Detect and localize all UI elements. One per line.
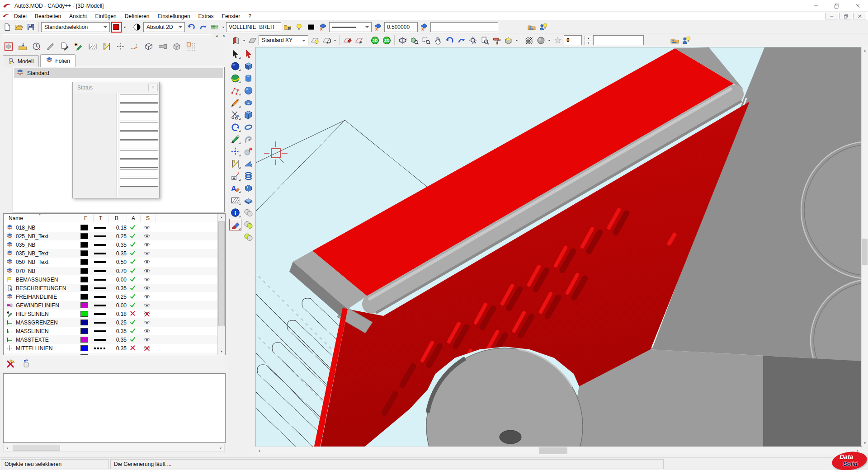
layer-row-masslinien[interactable]: MASSLINIEN0.35 [4, 327, 217, 335]
sphere-flag-icon[interactable] [242, 146, 255, 157]
scroll-left-icon[interactable]: ‹ [4, 444, 11, 451]
status-field[interactable] [120, 103, 158, 112]
snap-points-icon[interactable] [130, 41, 140, 52]
layer-table-scrollbar[interactable]: ▲ ▼ [217, 214, 225, 355]
hidden-eye-icon[interactable] [143, 344, 151, 352]
layer-row-035_nb_text[interactable]: 035_NB_Text0.35 [4, 249, 217, 258]
view-undo-icon[interactable] [444, 35, 455, 46]
insert-layer-icon[interactable] [18, 41, 28, 52]
zoom-window-icon[interactable] [420, 35, 431, 46]
solid-slab-icon[interactable] [242, 194, 255, 206]
layer-linetype[interactable] [94, 330, 106, 332]
view-name-field[interactable] [593, 35, 644, 45]
layer-linetype[interactable] [94, 322, 106, 324]
layer-table-header[interactable]: NameFTBAS▼ [4, 214, 225, 223]
layer-assign-icon[interactable] [373, 22, 383, 33]
layer-row-massgrenzen[interactable]: MASSGRENZEN0.25 [4, 318, 217, 327]
viewport-3d[interactable] [255, 47, 861, 446]
layer-folder-icon[interactable] [282, 22, 293, 33]
group-users-icon[interactable] [526, 22, 537, 33]
scroll-thumb[interactable] [539, 447, 567, 454]
layer-color-swatch[interactable] [80, 311, 88, 317]
layer-color-swatch[interactable] [80, 225, 88, 230]
layer-bulb-icon[interactable] [294, 22, 305, 33]
visible-eye-icon[interactable] [143, 301, 151, 309]
selection-mode-combo[interactable]: Standardselektion [41, 22, 110, 32]
visible-eye-icon[interactable] [143, 319, 151, 326]
active-check-icon[interactable] [129, 293, 137, 301]
active-check-icon[interactable] [129, 249, 137, 257]
layer-linetype[interactable] [94, 296, 106, 298]
user-bulb-icon[interactable] [538, 22, 549, 33]
helper-pencil-icon[interactable]: H [74, 41, 84, 52]
mdi-restore-button[interactable] [839, 13, 852, 19]
plane-eraser-icon[interactable] [342, 35, 353, 46]
shade-sphere-dropdown[interactable] [547, 35, 551, 46]
rotate-view-icon[interactable] [397, 35, 408, 46]
zoom-dynamic-icon[interactable] [467, 35, 478, 46]
close-button[interactable] [847, 0, 868, 11]
visible-eye-icon[interactable] [143, 284, 151, 292]
status-field[interactable] [120, 132, 158, 140]
bool-subtract-icon[interactable] [242, 231, 255, 243]
sheet-pencil-icon[interactable] [60, 41, 70, 52]
inactive-cross-icon[interactable] [129, 344, 137, 352]
extra-field[interactable] [430, 22, 498, 32]
visible-eye-icon[interactable] [143, 276, 151, 283]
tab-folien[interactable]: Folien [40, 54, 75, 67]
visible-eye-icon[interactable] [143, 336, 151, 343]
active-check-icon[interactable] [129, 224, 137, 231]
status-field[interactable] [120, 122, 158, 131]
plane-book-icon[interactable] [230, 35, 241, 46]
menu-fenster[interactable]: Fenster [218, 12, 245, 20]
layer-row[interactable] [4, 353, 217, 356]
color-current-icon[interactable] [111, 22, 122, 33]
swatch-black-icon[interactable] [306, 22, 316, 33]
view-redo-icon[interactable] [456, 35, 467, 46]
visible-eye-icon[interactable] [143, 232, 151, 240]
layer-color-swatch[interactable] [80, 233, 88, 239]
spin-down-icon[interactable]: ▼ [585, 41, 592, 45]
wire-cube-icon[interactable] [144, 41, 154, 52]
layer-color-swatch[interactable] [80, 337, 88, 343]
point-path-icon[interactable] [229, 85, 241, 96]
active-check-icon[interactable] [129, 284, 137, 292]
select-arrow-icon[interactable] [229, 48, 241, 60]
active-check-icon[interactable] [129, 353, 137, 356]
layer-linetype[interactable] [94, 305, 106, 306]
centerline-tool-icon[interactable] [229, 146, 241, 157]
menu-ansicht[interactable]: Ansicht [65, 12, 91, 20]
active-check-icon[interactable] [129, 232, 137, 240]
active-check-icon[interactable] [129, 267, 137, 275]
visible-eye-icon[interactable] [143, 327, 151, 335]
solid-notch-icon[interactable] [242, 182, 255, 194]
work-plane-combo[interactable]: Standard XY [259, 35, 308, 45]
visible-eye-icon[interactable] [143, 267, 151, 275]
layer-color-swatch[interactable] [80, 294, 88, 300]
layer-color-swatch[interactable] [80, 277, 88, 282]
visible-eye-icon[interactable] [143, 224, 151, 231]
scroll-down-icon[interactable]: ▼ [862, 440, 868, 446]
layer-linetype[interactable] [94, 227, 106, 229]
solid-spring-icon[interactable] [242, 170, 255, 182]
solid-torus-icon[interactable] [242, 97, 255, 108]
menu-?[interactable]: ? [244, 12, 255, 20]
plane-gray-icon[interactable] [247, 35, 258, 46]
layer-linetype[interactable] [94, 244, 106, 246]
scroll-up-icon[interactable]: ▲ [218, 214, 225, 221]
delete-selection-icon[interactable] [5, 358, 16, 369]
layer-linetype[interactable] [94, 279, 106, 281]
layer-color-swatch[interactable] [80, 345, 88, 351]
save-icon[interactable] [25, 22, 36, 33]
layer-row-050_nb_text[interactable]: 050_NB_Text0.50 [4, 258, 217, 266]
layer-color-swatch[interactable] [80, 250, 88, 256]
minimize-button[interactable] [806, 0, 826, 11]
status-field[interactable] [120, 113, 158, 121]
layer-linetype[interactable] [94, 313, 106, 315]
layer-row-035_nb[interactable]: 035_NB0.35 [4, 240, 217, 249]
status-window-close-icon[interactable]: × [148, 84, 158, 91]
undo-icon[interactable] [186, 22, 197, 33]
pattern-hatch-icon[interactable] [524, 35, 534, 46]
layer-color-swatch[interactable] [80, 302, 88, 308]
user-bulb-icon[interactable] [681, 35, 692, 46]
